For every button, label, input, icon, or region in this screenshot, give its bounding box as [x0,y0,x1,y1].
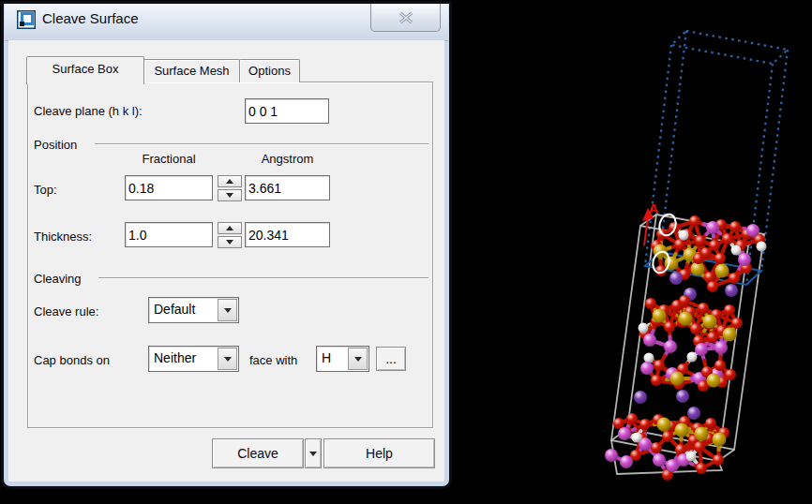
cleave-dropdown-button[interactable] [305,438,322,468]
cap-bonds-combo[interactable]: Neither [148,346,239,372]
top-label: Top: [34,183,57,197]
top-spin-down-button[interactable] [218,189,242,201]
cap-bonds-value: Neither [154,350,196,365]
dropdown-arrow-icon [348,348,368,370]
thickness-fractional-input[interactable] [125,222,213,247]
thickness-spinner [218,222,242,248]
desktop: A Cleave Surface Surface Box Surface Mes… [0,0,812,504]
angstrom-column-header: Angstrom [245,152,330,166]
close-icon [398,11,414,24]
thickness-spin-up-button[interactable] [218,222,242,234]
face-element-combo[interactable]: H [316,346,369,372]
dropdown-arrow-icon [218,348,237,370]
position-group-label: Position [34,138,77,152]
window-title: Cleave Surface [42,10,139,26]
close-button[interactable] [370,4,441,32]
tab-surface-box[interactable]: Surface Box [26,56,144,84]
down-arrow-icon [226,193,233,198]
tab-content-frame [27,82,433,428]
down-arrow-icon [226,240,233,245]
dropdown-arrow-icon [218,299,237,321]
cleaving-group-line [98,277,429,278]
thickness-label: Thickness: [34,230,92,244]
cleaving-group-label: Cleaving [34,272,82,286]
cleave-rule-combo[interactable]: Default [148,297,239,323]
face-element-value: H [322,350,331,365]
thickness-spin-down-button[interactable] [218,236,242,248]
tab-options[interactable]: Options [239,59,300,82]
top-fractional-input[interactable] [125,175,213,200]
thickness-angstrom-input[interactable] [245,222,330,247]
svg-text:A: A [649,200,659,216]
cleave-plane-label: Cleave plane (h k l): [34,104,143,118]
cleave-rule-value: Default [154,302,195,317]
tab-surface-mesh[interactable]: Surface Mesh [143,59,240,82]
cleave-rule-label: Cleave rule: [34,304,98,319]
app-icon [17,10,36,29]
help-button[interactable]: Help [323,438,435,468]
face-with-label: face with [249,353,297,367]
top-spin-up-button[interactable] [218,175,242,187]
position-group-line [95,143,429,144]
cleave-surface-dialog: Cleave Surface Surface Box Surface Mesh … [1,1,452,489]
top-spinner [218,175,242,201]
up-arrow-icon [226,179,233,184]
cleave-button[interactable]: Cleave [212,438,304,468]
cap-bonds-label: Cap bonds on [34,353,110,367]
up-arrow-icon [226,226,233,230]
cleave-plane-input[interactable] [245,98,329,124]
fractional-column-header: Fractional [125,152,213,166]
top-angstrom-input[interactable] [245,175,330,200]
dropdown-arrow-icon [309,452,317,456]
more-options-button[interactable]: ... [376,347,406,371]
